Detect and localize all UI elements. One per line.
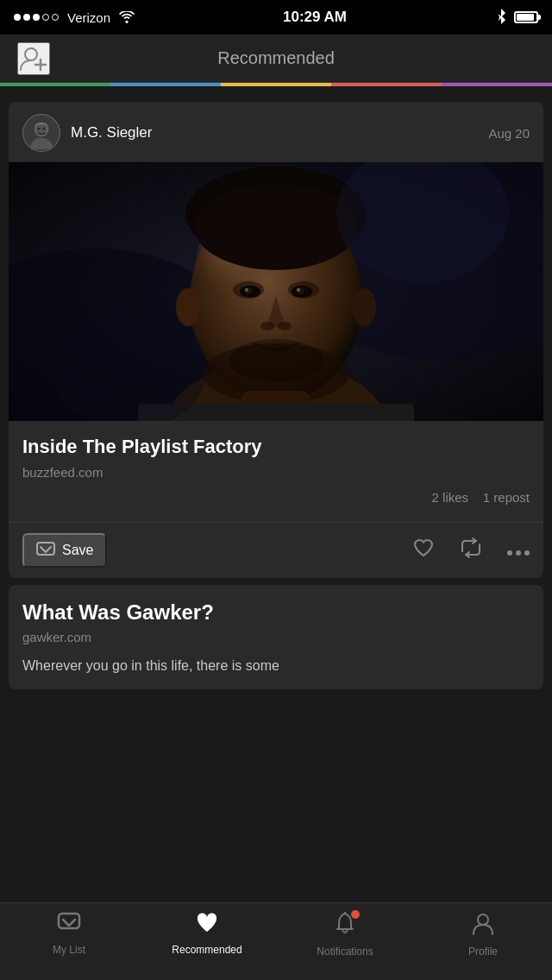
recommended-nav-label: Recommended <box>172 944 242 956</box>
heart-icon <box>412 537 435 558</box>
svg-point-6 <box>42 128 45 130</box>
save-pocket-icon <box>36 542 55 559</box>
article-image <box>9 162 543 421</box>
color-bar <box>0 83 552 86</box>
pocket-nav-icon <box>57 912 81 934</box>
svg-point-27 <box>176 288 200 326</box>
action-icons <box>412 537 530 563</box>
author-name: M.G. Siegler <box>71 124 152 141</box>
svg-point-20 <box>245 288 248 292</box>
add-user-button[interactable] <box>17 42 50 75</box>
article-excerpt-2: Wherever you go in this life, there is s… <box>22 656 530 675</box>
article-content: Inside The Playlist Factory buzzfeed.com… <box>9 421 543 522</box>
status-bar: Verizon 10:29 AM <box>0 0 552 35</box>
nav-item-profile[interactable]: Profile <box>414 912 552 958</box>
like-button[interactable] <box>412 537 435 563</box>
color-segment-3 <box>221 83 331 86</box>
save-label: Save <box>62 543 93 558</box>
notification-badge <box>351 910 360 919</box>
header: Recommended <box>0 35 552 83</box>
carrier-label: Verizon <box>67 10 110 25</box>
dot-2 <box>23 14 30 21</box>
article-card-2: What Was Gawker? gawker.com Wherever you… <box>9 585 543 689</box>
dot-1 <box>14 14 21 21</box>
article-source-2: gawker.com <box>22 630 530 644</box>
article-source: buzzfeed.com <box>22 465 530 480</box>
dot-5 <box>52 14 59 21</box>
svg-point-21 <box>297 288 300 292</box>
wifi-icon <box>119 11 135 23</box>
article-hero-image <box>9 162 543 421</box>
color-segment-4 <box>331 83 442 86</box>
time-display: 10:29 AM <box>283 9 347 26</box>
svg-point-28 <box>352 288 376 326</box>
save-button[interactable]: Save <box>22 533 107 568</box>
article-title: Inside The Playlist Factory <box>22 435 530 460</box>
likes-count: 2 likes <box>432 490 469 505</box>
color-segment-5 <box>442 83 552 86</box>
person-nav-icon <box>472 912 494 936</box>
card-actions: Save <box>9 522 543 578</box>
svg-point-40 <box>478 914 488 925</box>
notifications-nav-label: Notifications <box>317 945 373 958</box>
svg-point-0 <box>25 48 37 60</box>
content-area: M.G. Siegler Aug 20 <box>0 86 552 782</box>
card-date: Aug 20 <box>488 126 530 141</box>
nav-item-recommended[interactable]: Recommended <box>138 912 276 956</box>
svg-point-35 <box>516 550 521 556</box>
repost-button[interactable] <box>459 537 483 563</box>
card-header-1: M.G. Siegler Aug 20 <box>9 102 543 162</box>
dot-4 <box>42 14 49 21</box>
author-info: M.G. Siegler <box>22 114 152 152</box>
more-options-button[interactable] <box>507 539 530 562</box>
article-card-1: M.G. Siegler Aug 20 <box>9 102 543 578</box>
notifications-nav-icon <box>334 912 356 942</box>
color-segment-2 <box>110 83 221 86</box>
nav-item-notifications[interactable]: Notifications <box>276 912 414 958</box>
color-segment-1 <box>0 83 110 86</box>
reposts-count: 1 repost <box>483 490 530 505</box>
article-title-2: What Was Gawker? <box>22 600 530 625</box>
heart-nav-icon <box>195 912 219 934</box>
svg-point-24 <box>229 339 323 382</box>
svg-point-5 <box>38 128 41 130</box>
more-dots-icon <box>507 550 530 556</box>
repost-icon <box>459 537 483 558</box>
profile-nav-icon <box>472 912 494 942</box>
dot-3 <box>33 14 40 21</box>
mylist-nav-icon <box>57 912 81 940</box>
svg-point-23 <box>278 322 292 330</box>
svg-point-22 <box>260 322 274 330</box>
bottom-nav: My List Recommended Notifications <box>0 902 552 980</box>
recommended-nav-icon <box>195 912 219 940</box>
status-right <box>495 9 538 26</box>
svg-point-34 <box>507 550 512 556</box>
battery-icon <box>514 11 538 23</box>
svg-point-26 <box>194 184 358 270</box>
signal-dots <box>14 14 59 21</box>
author-avatar-img <box>23 114 60 152</box>
profile-nav-label: Profile <box>468 945 498 958</box>
nav-item-mylist[interactable]: My List <box>0 912 138 956</box>
status-left: Verizon <box>14 10 135 25</box>
page-title: Recommended <box>217 48 335 68</box>
avatar <box>22 114 60 152</box>
add-person-icon <box>19 44 48 73</box>
svg-point-36 <box>524 550 530 556</box>
bluetooth-icon <box>495 9 507 26</box>
mylist-nav-label: My List <box>53 944 85 956</box>
article-stats: 2 likes 1 repost <box>22 490 530 513</box>
